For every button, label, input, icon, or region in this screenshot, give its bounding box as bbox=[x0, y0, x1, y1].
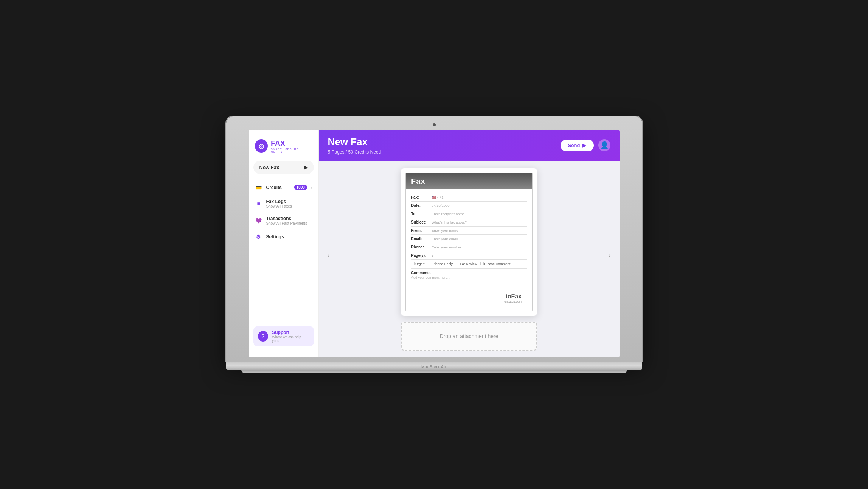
fax-field-fax: Fax: 🇺🇸 • +1 bbox=[411, 193, 527, 202]
fax-logs-content: Fax Logs Show All Faxes bbox=[266, 199, 312, 208]
fax-field-pages-value: 1 bbox=[432, 253, 433, 258]
header-left: New Fax 5 Pages / 50 Credits Need bbox=[328, 136, 381, 155]
settings-label: Settings bbox=[266, 234, 312, 239]
header: New Fax 5 Pages / 50 Credits Need Send ▶… bbox=[319, 130, 620, 161]
fax-document-wrapper: Fax Fax: 🇺🇸 • +1 Date: 04/10/2020 bbox=[401, 168, 537, 316]
urgent-checkbox-label: Urgent bbox=[415, 262, 425, 266]
fax-field-subject[interactable]: Subject: What's this fax about? bbox=[411, 218, 527, 227]
fax-area: ‹ › Fax Fax: 🇺🇸 • +1 bbox=[319, 161, 620, 357]
sidebar-logo: ◎ FAX SMART · SECURE · NOTIFY bbox=[249, 136, 318, 161]
page-subtitle: 5 Pages / 50 Credits Need bbox=[328, 149, 381, 155]
fax-field-email-placeholder: Enter your email bbox=[432, 237, 458, 241]
credits-label: Credits bbox=[266, 185, 290, 190]
send-label: Send bbox=[568, 143, 580, 148]
fax-field-date-value: 04/10/2020 bbox=[432, 203, 450, 208]
send-arrow-icon: ▶ bbox=[582, 143, 586, 148]
sidebar-item-fax-logs[interactable]: ≡ Fax Logs Show All Faxes bbox=[249, 195, 318, 212]
prev-page-button[interactable]: ‹ bbox=[323, 249, 335, 261]
for-review-checkbox-label: For Review bbox=[460, 262, 477, 266]
fax-field-date-label: Date: bbox=[411, 203, 430, 208]
fax-field-subject-label: Subject: bbox=[411, 220, 430, 224]
send-button[interactable]: Send ▶ bbox=[561, 140, 594, 151]
settings-content: Settings bbox=[266, 234, 312, 239]
logo-symbol: ◎ bbox=[259, 143, 264, 150]
fax-field-email-label: Email: bbox=[411, 237, 430, 241]
checkbox-please-reply[interactable]: Please Reply bbox=[429, 262, 453, 266]
logo-text-block: FAX SMART · SECURE · NOTIFY bbox=[271, 139, 312, 153]
drop-zone[interactable]: Drop an attachment here bbox=[401, 322, 537, 351]
header-right: Send ▶ 👤 bbox=[561, 139, 610, 151]
user-avatar[interactable]: 👤 bbox=[598, 139, 610, 151]
fax-field-subject-placeholder: What's this fax about? bbox=[432, 220, 467, 224]
fax-field-phone-label: Phone: bbox=[411, 245, 430, 249]
fax-field-pages: Page(s): 1 bbox=[411, 251, 527, 260]
sidebar: ◎ FAX SMART · SECURE · NOTIFY New Fax ▶ … bbox=[249, 130, 319, 357]
fax-field-fax-value: 🇺🇸 • +1 bbox=[432, 195, 443, 199]
fax-comments-value[interactable]: Add your comment here... bbox=[411, 276, 527, 279]
support-label: Support bbox=[272, 330, 309, 335]
logo-text: FAX bbox=[271, 139, 312, 148]
fax-header-bar: Fax bbox=[406, 173, 532, 189]
fax-footer-brand: ioFax bbox=[416, 293, 522, 300]
logo-icon: ◎ bbox=[255, 139, 268, 153]
fax-field-fax-label: Fax: bbox=[411, 195, 430, 199]
sidebar-item-settings[interactable]: ⚙ Settings bbox=[249, 229, 318, 244]
please-comment-checkbox-box[interactable] bbox=[480, 262, 484, 265]
fax-comments-label: Comments bbox=[411, 271, 527, 275]
checkbox-urgent[interactable]: Urgent bbox=[411, 262, 425, 266]
fax-field-from-placeholder: Enter your name bbox=[432, 228, 458, 233]
fax-field-to-placeholder: Enter recipient name bbox=[432, 212, 465, 216]
new-fax-label: New Fax bbox=[259, 165, 279, 170]
screen-bezel: ◎ FAX SMART · SECURE · NOTIFY New Fax ▶ … bbox=[226, 116, 642, 362]
fax-body: Fax: 🇺🇸 • +1 Date: 04/10/2020 To: Enter bbox=[406, 189, 532, 311]
drop-zone-label: Drop an attachment here bbox=[440, 333, 498, 339]
fax-field-to[interactable]: To: Enter recipient name bbox=[411, 210, 527, 218]
laptop-base bbox=[226, 362, 642, 370]
sidebar-item-transactions[interactable]: 💜 Trasactions Show All Past Payments bbox=[249, 212, 318, 229]
logo-tagline: SMART · SECURE · NOTIFY bbox=[271, 148, 312, 153]
support-card[interactable]: ? Support Where we can help you? bbox=[253, 326, 314, 346]
checkbox-for-review[interactable]: For Review bbox=[456, 262, 477, 266]
credits-badge: 1000 bbox=[294, 185, 307, 190]
sidebar-spacer bbox=[249, 244, 318, 321]
sidebar-item-credits[interactable]: 💳 Credits 1000 › bbox=[249, 180, 318, 195]
credits-content: Credits bbox=[266, 185, 290, 190]
support-text: Support Where we can help you? bbox=[272, 330, 309, 343]
fax-comments-section: Comments Add your comment here... bbox=[411, 269, 527, 282]
credits-icon: 💳 bbox=[255, 184, 262, 191]
fax-checkboxes: Urgent Please Reply For Review bbox=[411, 260, 527, 269]
fax-document: Fax Fax: 🇺🇸 • +1 Date: 04/10/2020 bbox=[405, 173, 533, 311]
fax-field-from-label: From: bbox=[411, 228, 430, 233]
page-title: New Fax bbox=[328, 136, 381, 148]
new-fax-button[interactable]: New Fax ▶ bbox=[253, 161, 314, 174]
checkbox-please-comment[interactable]: Please Comment bbox=[480, 262, 511, 266]
fax-logs-icon: ≡ bbox=[255, 200, 262, 207]
transactions-content: Trasactions Show All Past Payments bbox=[266, 216, 312, 225]
fax-field-pages-label: Page(s): bbox=[411, 253, 430, 258]
support-sublabel: Where we can help you? bbox=[272, 335, 309, 343]
main-content: New Fax 5 Pages / 50 Credits Need Send ▶… bbox=[319, 130, 620, 357]
laptop-foot bbox=[241, 370, 627, 373]
laptop-wrapper: ◎ FAX SMART · SECURE · NOTIFY New Fax ▶ … bbox=[226, 116, 642, 373]
transactions-sublabel: Show All Past Payments bbox=[266, 221, 312, 225]
please-reply-checkbox-box[interactable] bbox=[429, 262, 432, 265]
fax-logs-sublabel: Show All Faxes bbox=[266, 204, 312, 208]
laptop-screen: ◎ FAX SMART · SECURE · NOTIFY New Fax ▶ … bbox=[249, 130, 620, 357]
fax-logs-label: Fax Logs bbox=[266, 199, 312, 204]
fax-field-phone[interactable]: Phone: Enter your number bbox=[411, 243, 527, 251]
next-page-button[interactable]: › bbox=[604, 249, 616, 261]
fax-field-from[interactable]: From: Enter your name bbox=[411, 227, 527, 235]
fax-field-email[interactable]: Email: Enter your email bbox=[411, 235, 527, 243]
settings-icon: ⚙ bbox=[255, 233, 262, 241]
fax-footer-url: iofaxapp.com bbox=[416, 300, 522, 303]
transactions-label: Trasactions bbox=[266, 216, 312, 221]
camera bbox=[433, 123, 436, 126]
fax-header-title: Fax bbox=[411, 177, 527, 186]
please-reply-checkbox-label: Please Reply bbox=[433, 262, 453, 266]
credits-arrow-icon: › bbox=[311, 185, 312, 190]
urgent-checkbox-box[interactable] bbox=[411, 262, 415, 265]
fax-field-phone-placeholder: Enter your number bbox=[432, 245, 461, 249]
support-icon: ? bbox=[258, 331, 269, 342]
for-review-checkbox-box[interactable] bbox=[456, 262, 459, 265]
please-comment-checkbox-label: Please Comment bbox=[484, 262, 511, 266]
